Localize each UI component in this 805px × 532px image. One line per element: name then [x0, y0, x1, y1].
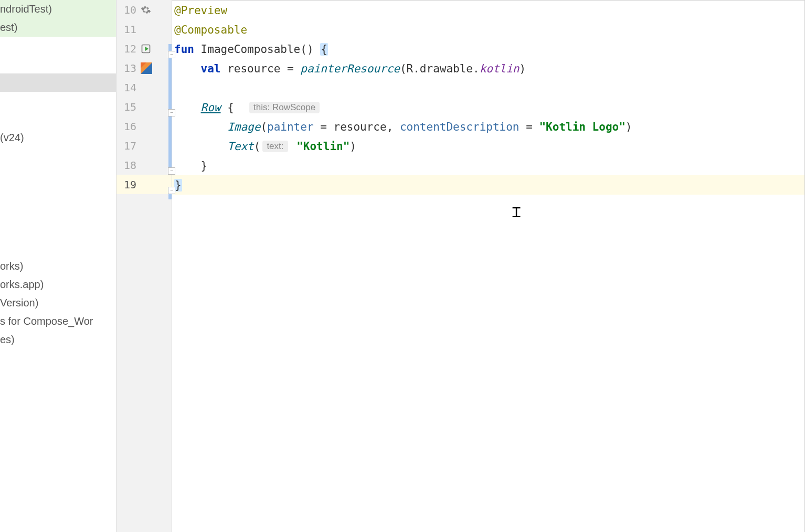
annotation-preview: @Preview: [174, 4, 227, 17]
line-number: 12: [116, 42, 139, 55]
sidebar-item[interactable]: [0, 55, 116, 73]
kotlin-icon[interactable]: [141, 62, 152, 74]
gutter-row[interactable]: 10: [116, 0, 172, 19]
code-line[interactable]: @Composable: [172, 20, 804, 39]
line-number: 18: [116, 159, 139, 172]
inlay-hint[interactable]: this: RowScope: [249, 102, 320, 113]
code-line[interactable]: }: [172, 156, 804, 175]
gutter-row-current[interactable]: 19: [116, 175, 172, 194]
gutter-row[interactable]: 12: [116, 39, 172, 58]
sidebar-item[interactable]: [0, 239, 116, 257]
sidebar-item[interactable]: [0, 147, 116, 165]
keyword-fun: fun: [174, 43, 194, 56]
sidebar-item[interactable]: s for Compose_Wor: [0, 312, 116, 331]
code-line[interactable]: val resource = painterResource(R.drawabl…: [172, 59, 804, 78]
gutter-row[interactable]: 18: [116, 155, 172, 175]
sidebar-item[interactable]: ndroidTest): [0, 0, 116, 18]
gear-icon[interactable]: [141, 5, 151, 15]
inlay-hint[interactable]: text:: [262, 141, 288, 152]
param-painter: painter: [267, 121, 314, 133]
param-contentdescription: contentDescription: [400, 121, 520, 133]
line-number: 16: [116, 120, 139, 133]
text-cursor-icon: Ꮖ: [512, 205, 521, 221]
sidebar-item[interactable]: [0, 110, 116, 129]
call-text: Text: [227, 140, 254, 153]
sidebar-item[interactable]: [0, 165, 116, 184]
sidebar-item[interactable]: [0, 92, 116, 110]
drawable-kotlin: kotlin: [480, 62, 520, 75]
gutter-row[interactable]: 11: [116, 19, 172, 39]
sidebar-item[interactable]: [0, 37, 116, 55]
sidebar-item[interactable]: [0, 184, 116, 202]
fold-collapse-icon[interactable]: −: [168, 187, 175, 194]
code-line[interactable]: @Preview: [172, 1, 804, 20]
editor-gutter[interactable]: 10 11 12 13: [116, 0, 172, 532]
gutter-row[interactable]: 17: [116, 136, 172, 155]
matching-brace: }: [174, 179, 182, 191]
code-line[interactable]: Image(painter = resource, contentDescrip…: [172, 117, 804, 136]
gutter-row[interactable]: 16: [116, 116, 172, 136]
sidebar-item-selected[interactable]: [0, 73, 116, 92]
sidebar-item[interactable]: [0, 220, 116, 239]
string-literal: "Kotlin": [296, 140, 349, 153]
call-row: Row: [201, 101, 221, 114]
run-icon[interactable]: [141, 44, 151, 54]
fold-collapse-icon[interactable]: −: [168, 51, 175, 58]
fold-collapse-icon[interactable]: −: [168, 167, 175, 175]
gutter-row[interactable]: 14: [116, 78, 172, 97]
code-editor[interactable]: − − − − @Preview @Composable fun ImageCo…: [172, 0, 805, 532]
line-number: 15: [116, 101, 139, 113]
code-line[interactable]: Text(text: "Kotlin"): [172, 136, 804, 156]
code-line[interactable]: Row { this: RowScope: [172, 98, 804, 117]
gutter-row[interactable]: 13: [116, 58, 172, 78]
line-number: 19: [116, 178, 139, 191]
annotation-composable: @Composable: [174, 24, 247, 36]
code-line[interactable]: fun ImageComposable() {: [172, 39, 804, 59]
line-number: 17: [116, 140, 139, 152]
svg-marker-1: [145, 46, 149, 50]
gutter-row[interactable]: 15: [116, 97, 172, 116]
code-line[interactable]: [172, 78, 804, 98]
code-line-current[interactable]: }: [172, 175, 804, 195]
sidebar-item[interactable]: (v24): [0, 129, 116, 147]
line-number: 11: [116, 23, 139, 36]
sidebar-item[interactable]: orks): [0, 257, 116, 275]
string-literal: "Kotlin Logo": [539, 121, 625, 133]
sidebar-item[interactable]: orks.app): [0, 275, 116, 294]
sidebar-item[interactable]: es): [0, 331, 116, 349]
call-painterresource: painterResource: [300, 62, 400, 75]
call-image: Image: [227, 121, 260, 133]
sidebar-item[interactable]: est): [0, 18, 116, 37]
line-number: 10: [116, 4, 139, 16]
sidebar-item[interactable]: Version): [0, 294, 116, 312]
line-number: 13: [116, 62, 139, 75]
func-name: ImageComposable: [201, 43, 301, 56]
keyword-val: val: [201, 62, 221, 75]
sidebar-item[interactable]: [0, 202, 116, 220]
fold-collapse-icon[interactable]: −: [168, 109, 175, 116]
project-sidebar[interactable]: ndroidTest) est) (v24) orks) orks.app) V…: [0, 0, 116, 532]
line-number: 14: [116, 81, 139, 94]
matching-brace: {: [320, 43, 328, 56]
